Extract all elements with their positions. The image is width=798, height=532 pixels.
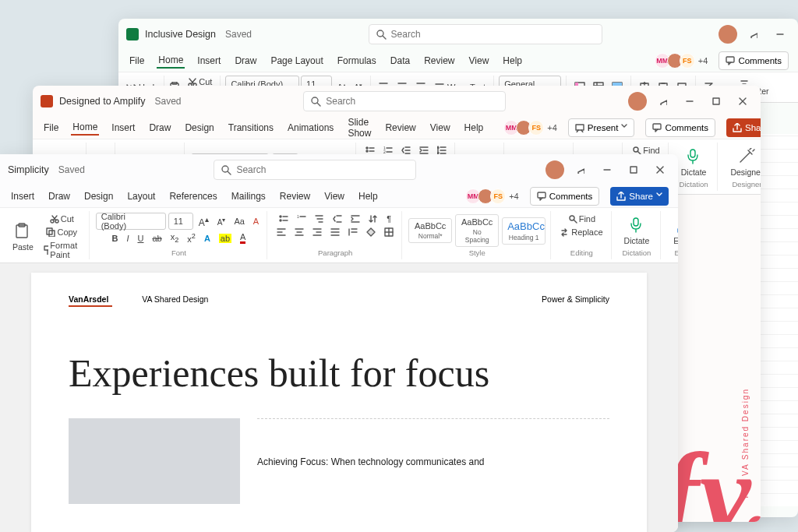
menu-review[interactable]: Review bbox=[278, 189, 312, 203]
clear-format[interactable]: A bbox=[250, 213, 262, 230]
style-normal[interactable]: AaBbCcNormal* bbox=[408, 218, 452, 243]
justify[interactable] bbox=[327, 226, 343, 238]
page[interactable]: VanArsdel VA Shared Design Power & Simpl… bbox=[31, 273, 647, 532]
presence-stack[interactable]: MM FS +4 bbox=[468, 188, 519, 204]
presence-stack[interactable]: MM FS +4 bbox=[658, 53, 708, 69]
menu-review[interactable]: Review bbox=[422, 54, 456, 68]
doc-title[interactable]: Designed to Amplify bbox=[59, 96, 145, 107]
maximize-button[interactable] bbox=[623, 160, 644, 180]
underline[interactable]: U bbox=[134, 231, 147, 245]
menu-animations[interactable]: Animations bbox=[286, 121, 335, 135]
image-placeholder[interactable] bbox=[69, 418, 240, 504]
menu-file[interactable]: File bbox=[42, 121, 60, 135]
doc-title[interactable]: Simplicity bbox=[8, 164, 49, 175]
menu-insert[interactable]: Insert bbox=[196, 54, 222, 68]
borders[interactable] bbox=[381, 226, 397, 238]
megaphone-icon[interactable] bbox=[653, 91, 673, 111]
indent[interactable] bbox=[348, 213, 363, 225]
presence-fs[interactable]: FS bbox=[528, 120, 544, 136]
maximize-button[interactable] bbox=[706, 91, 726, 111]
avatar[interactable] bbox=[628, 92, 647, 111]
doc-title[interactable]: Inclusive Design bbox=[145, 29, 216, 40]
italic[interactable]: I bbox=[123, 231, 132, 245]
presence-stack[interactable]: MM FS +4 bbox=[507, 120, 557, 136]
cut-button[interactable]: Cut bbox=[40, 213, 84, 225]
document-surface[interactable]: VanArsdel VA Shared Design Power & Simpl… bbox=[0, 263, 678, 532]
menu-draw[interactable]: Draw bbox=[233, 54, 258, 68]
search-input[interactable] bbox=[326, 96, 499, 107]
menu-design[interactable]: Design bbox=[183, 121, 215, 135]
menu-view[interactable]: View bbox=[429, 121, 452, 135]
presence-more[interactable]: +4 bbox=[509, 192, 519, 201]
minimize-button[interactable] bbox=[770, 24, 790, 44]
menu-formulas[interactable]: Formulas bbox=[336, 54, 378, 68]
menu-review[interactable]: Review bbox=[383, 121, 417, 135]
search-box[interactable] bbox=[369, 24, 602, 44]
menu-design[interactable]: Design bbox=[83, 189, 115, 203]
dictate-button[interactable]: Dictate bbox=[675, 145, 713, 180]
menu-help[interactable]: Help bbox=[501, 54, 524, 68]
menu-help[interactable]: Help bbox=[463, 121, 486, 135]
align-right[interactable] bbox=[309, 226, 325, 238]
presence-more[interactable]: +4 bbox=[698, 56, 708, 65]
sort[interactable] bbox=[365, 213, 381, 225]
minimize-button[interactable] bbox=[597, 160, 617, 180]
line-spacing[interactable] bbox=[345, 226, 361, 238]
menu-insert[interactable]: Insert bbox=[110, 121, 136, 135]
strike[interactable]: ab bbox=[149, 231, 164, 245]
menu-transitions[interactable]: Transitions bbox=[227, 121, 275, 135]
menu-home[interactable]: Home bbox=[157, 53, 185, 69]
heading[interactable]: Experiences built for focus bbox=[69, 352, 609, 395]
share-button[interactable]: Share bbox=[610, 187, 669, 206]
align-center[interactable] bbox=[291, 226, 307, 238]
menu-mailings[interactable]: Mailings bbox=[230, 189, 267, 203]
font-color[interactable]: A bbox=[237, 231, 249, 245]
presence-fs[interactable]: FS bbox=[490, 188, 506, 204]
close-button[interactable] bbox=[733, 91, 753, 111]
text-effects[interactable]: A bbox=[201, 231, 214, 245]
bold[interactable]: B bbox=[108, 231, 121, 245]
style-nospacing[interactable]: AaBbCcNo Spacing bbox=[455, 214, 499, 247]
bullets[interactable] bbox=[276, 213, 291, 225]
replace-button[interactable]: Replace bbox=[557, 226, 606, 238]
menu-data[interactable]: Data bbox=[389, 54, 411, 68]
numbering[interactable]: 1 bbox=[294, 213, 309, 225]
menu-help[interactable]: Help bbox=[357, 189, 380, 203]
minimize-button[interactable] bbox=[680, 91, 700, 111]
share-button[interactable]: Share bbox=[726, 118, 761, 137]
dictate-button[interactable]: Dictate bbox=[618, 213, 656, 248]
presence-fs[interactable]: FS bbox=[680, 53, 695, 69]
highlight[interactable]: ab bbox=[216, 231, 235, 245]
copy-button[interactable]: Copy bbox=[40, 226, 84, 238]
comments-button[interactable]: Comments bbox=[530, 187, 600, 206]
subheading[interactable]: Achieving Focus: When technology communi… bbox=[257, 418, 609, 504]
menu-slideshow[interactable]: Slide Show bbox=[346, 115, 373, 140]
menu-draw[interactable]: Draw bbox=[147, 121, 172, 135]
search-input[interactable] bbox=[391, 29, 595, 40]
menu-references[interactable]: References bbox=[168, 189, 218, 203]
megaphone-icon[interactable] bbox=[743, 24, 764, 44]
menu-draw[interactable]: Draw bbox=[47, 189, 72, 203]
presence-more[interactable]: +4 bbox=[547, 123, 557, 132]
avatar[interactable] bbox=[719, 25, 737, 44]
menu-insert[interactable]: Insert bbox=[9, 189, 36, 203]
spreadsheet-grid[interactable] bbox=[759, 134, 798, 506]
comments-button[interactable]: Comments bbox=[645, 118, 715, 137]
find-button[interactable]: Find bbox=[565, 213, 598, 225]
font-select[interactable]: Calibri (Body) bbox=[96, 213, 166, 230]
megaphone-icon[interactable] bbox=[570, 160, 591, 180]
size-select[interactable]: 11 bbox=[168, 213, 193, 230]
search-box[interactable] bbox=[303, 91, 506, 111]
grow-font[interactable]: A▴ bbox=[196, 213, 212, 230]
menu-pagelayout[interactable]: Page Layout bbox=[269, 54, 324, 68]
menu-home[interactable]: Home bbox=[71, 120, 99, 136]
designer-button[interactable]: Designer bbox=[724, 145, 761, 180]
show-marks[interactable]: ¶ bbox=[383, 213, 394, 225]
shrink-font[interactable]: A▾ bbox=[214, 213, 229, 230]
paste-button[interactable]: Paste bbox=[9, 221, 37, 253]
search-input[interactable] bbox=[236, 164, 409, 175]
menu-view[interactable]: View bbox=[323, 189, 346, 203]
superscript[interactable]: x2 bbox=[184, 231, 199, 245]
menu-view[interactable]: View bbox=[468, 54, 491, 68]
menu-layout[interactable]: Layout bbox=[125, 189, 157, 203]
